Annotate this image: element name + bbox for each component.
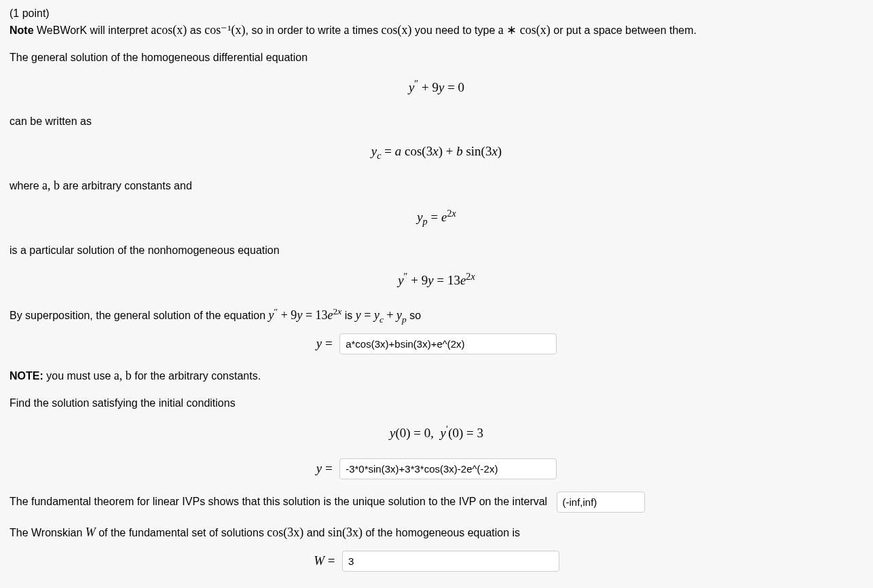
y-general-lhs: y = — [316, 336, 333, 350]
line-general-solution: The general solution of the homogeneous … — [10, 50, 863, 65]
note-math-cos: cos(x) — [382, 23, 412, 37]
note2-ab: a, b — [114, 369, 132, 382]
problem-page: (1 point) Note WeBWorK will interpret ac… — [0, 0, 873, 588]
equation-yc: yc = a cos(3x) + b sin(3x) — [10, 141, 863, 162]
wronskian-input[interactable] — [342, 551, 559, 572]
note-text-6: or put a space between them. — [551, 24, 696, 36]
wr-text-d: of the homogeneous equation is — [363, 527, 520, 538]
note2-text-a: you must use — [43, 370, 114, 382]
wr-W: W — [86, 526, 96, 539]
wronskian-lhs: W = — [314, 553, 335, 568]
y-particular-input[interactable] — [339, 458, 557, 479]
answer-row-y-particular: y = — [10, 458, 863, 479]
line-where-ab: where a, b are arbitrary constants and — [10, 177, 863, 194]
note-math-arccos: cos⁻¹(x) — [204, 23, 245, 37]
line-fundamental-theorem: The fundamental theorem for linear IVPs … — [10, 492, 863, 513]
line-initial-conditions: Find the solution satisfying the initial… — [10, 395, 863, 411]
note2-label: NOTE: — [10, 370, 43, 382]
note-math-acos: acos(x) — [151, 23, 187, 37]
note-math-astarcos: a ∗ cos(x) — [498, 23, 551, 37]
note-text-1: WeBWorK will interpret — [34, 24, 151, 36]
answer-row-y-general: y = — [10, 333, 863, 354]
super-text-b: is — [341, 310, 355, 321]
where-ab: a, b — [42, 179, 60, 192]
equation-homogeneous: y″ + 9y = 0 — [10, 77, 863, 98]
super-text-a: By superposition, the general solution o… — [10, 310, 269, 321]
ft-text: The fundamental theorem for linear IVPs … — [10, 496, 547, 507]
header-line: (1 point) Note WeBWorK will interpret ac… — [10, 5, 863, 39]
line-can-be-written: can be written as — [10, 113, 863, 129]
super-math-sum: y = yc + yp — [356, 308, 407, 322]
answer-row-wronskian: W = — [10, 551, 863, 572]
note-text-4: times — [349, 24, 381, 36]
interval-input[interactable] — [557, 492, 645, 513]
y-general-input[interactable] — [339, 333, 557, 354]
line-particular: is a particular solution of the nonhomog… — [10, 242, 863, 258]
equation-nonhomogeneous: y″ + 9y = 13e2x — [10, 270, 863, 291]
line-wronskian: The Wronskian W of the fundamental set o… — [10, 523, 863, 541]
note-arb-constants: NOTE: you must use a, b for the arbitrar… — [10, 367, 863, 384]
equation-yp: yp = e2x — [10, 207, 863, 227]
point-value: (1 point) — [10, 7, 50, 19]
note2-text-b: for the arbitrary constants. — [132, 370, 261, 382]
super-text-c: so — [407, 310, 421, 321]
equation-initial-conditions: y(0) = 0, y′(0) = 3 — [10, 423, 863, 443]
line-superposition: By superposition, the general solution o… — [10, 306, 863, 324]
wr-sin: sin(3x) — [328, 526, 363, 539]
super-math-eq: y″ + 9y = 13e2x — [269, 308, 342, 322]
note-label: Note — [10, 24, 34, 36]
wr-text-c: and — [303, 527, 328, 538]
note-text-5: you need to type — [412, 24, 498, 36]
note-text-2: as — [187, 24, 204, 36]
wr-text-b: of the fundamental set of solutions — [96, 527, 267, 538]
wr-cos: cos(3x) — [267, 526, 303, 539]
where-text-b: are arbitrary constants and — [60, 180, 192, 191]
y-particular-lhs: y = — [316, 461, 333, 475]
where-text-a: where — [10, 180, 42, 191]
wr-text-a: The Wronskian — [10, 527, 86, 538]
note-text-3: , so in order to write — [246, 24, 344, 36]
